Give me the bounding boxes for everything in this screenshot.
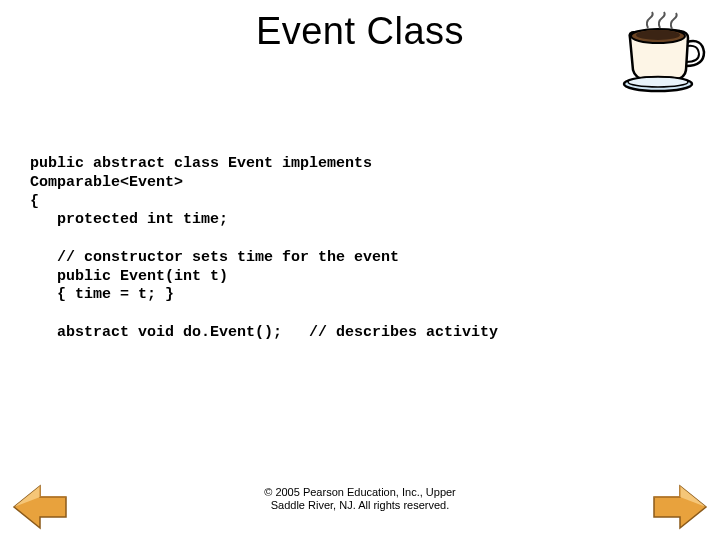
- footer-line: © 2005 Pearson Education, Inc., Upper: [0, 486, 720, 499]
- code-line: Comparable<Event>: [30, 174, 183, 191]
- svg-point-3: [628, 77, 688, 87]
- code-line: // constructor sets time for the event: [30, 249, 399, 266]
- previous-arrow-icon: [10, 482, 70, 532]
- code-line: { time = t; }: [30, 286, 174, 303]
- code-line: {: [30, 193, 39, 210]
- page-title: Event Class: [0, 0, 720, 53]
- copyright-footer: © 2005 Pearson Education, Inc., Upper Sa…: [0, 486, 720, 512]
- previous-button[interactable]: [10, 482, 70, 532]
- code-line: abstract void do.Event(); // describes a…: [30, 324, 498, 341]
- next-button[interactable]: [650, 482, 710, 532]
- code-line: protected int time;: [30, 211, 228, 228]
- coffee-cup-icon: [620, 10, 710, 95]
- code-line: public abstract class Event implements: [30, 155, 372, 172]
- code-content: public abstract class Event implements C…: [30, 155, 498, 343]
- svg-point-1: [636, 30, 680, 40]
- code-line: public Event(int t): [30, 268, 228, 285]
- footer-line: Saddle River, NJ. All rights reserved.: [0, 499, 720, 512]
- next-arrow-icon: [650, 482, 710, 532]
